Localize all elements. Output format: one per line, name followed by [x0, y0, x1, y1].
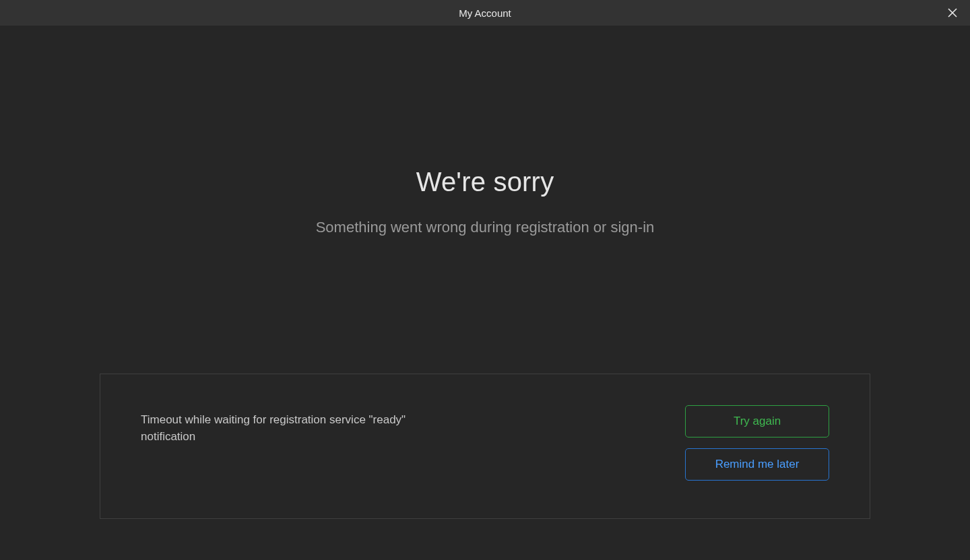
window-title: My Account	[459, 7, 511, 19]
error-heading: We're sorry	[0, 167, 970, 197]
action-buttons: Try again Remind me later	[685, 405, 829, 481]
close-button[interactable]	[942, 2, 963, 24]
error-message: Timeout while waiting for registration s…	[141, 412, 437, 445]
main-content: We're sorry Something went wrong during …	[0, 26, 970, 236]
error-subheading: Something went wrong during registration…	[0, 219, 970, 236]
try-again-button[interactable]: Try again	[685, 405, 829, 438]
title-bar: My Account	[0, 0, 970, 26]
remind-later-button[interactable]: Remind me later	[685, 448, 829, 481]
error-detail-panel: Timeout while waiting for registration s…	[100, 374, 870, 519]
close-icon	[948, 8, 957, 18]
